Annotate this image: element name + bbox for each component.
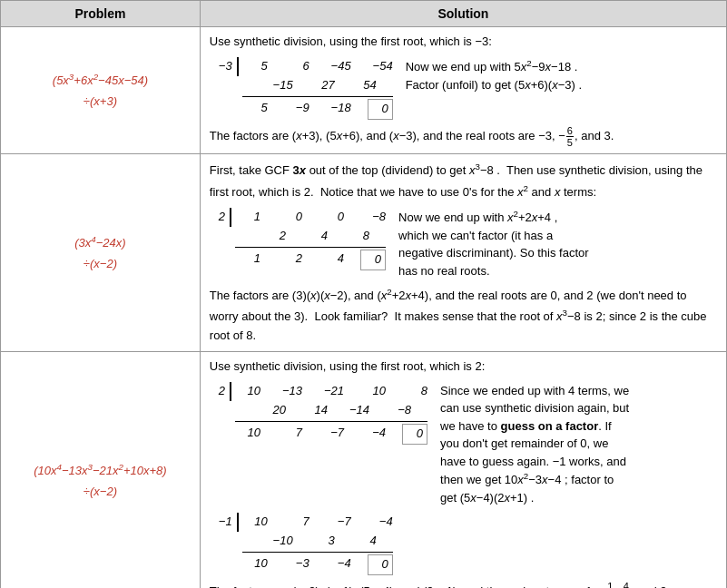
sd-3a-nums: 10 −13 −21 10 8 20 14 −14 −8 bbox=[235, 382, 427, 445]
header-solution: Solution bbox=[200, 1, 726, 27]
sd-2-nums: 1 0 0 −8 2 4 8 bbox=[235, 208, 386, 270]
sd-3a-row3: 10 7 −7 −4 0 bbox=[235, 424, 427, 445]
solution-2-conclusion: The factors are (3)(x)(x−2), and (x2+2x+… bbox=[210, 285, 717, 346]
sd-2-divisor: 2 bbox=[219, 208, 231, 227]
sd-2-container: 2 1 0 0 −8 2 4 8 bbox=[219, 208, 717, 279]
table-row: (3x4−24x) ÷(x−2) First, take GCF 3x out … bbox=[1, 154, 727, 352]
sd-3a-block: 2 10 −13 −21 10 8 20 14 bbox=[219, 382, 427, 445]
sd-3a-hr bbox=[235, 421, 427, 422]
problem-3-line2: ÷(x−2) bbox=[10, 481, 191, 502]
solution-1-intro: Use synthetic division, using the first … bbox=[210, 33, 717, 52]
box-zero-3a: 0 bbox=[402, 424, 427, 445]
sd-2-row1: 1 0 0 −8 bbox=[235, 208, 386, 227]
sd-3b-divisor: −1 bbox=[219, 513, 239, 532]
main-table: Problem Solution (5x3+6x2−45x−54) ÷(x+3)… bbox=[0, 0, 727, 588]
sd-2-block: 2 1 0 0 −8 2 4 8 bbox=[219, 208, 386, 270]
sd-1-divisor: −3 bbox=[219, 57, 239, 76]
problem-2-line2: ÷(x−2) bbox=[10, 253, 191, 274]
sd-1-nums: 5 6 −45 −54 −15 27 54 bbox=[242, 57, 393, 120]
box-zero-2: 0 bbox=[360, 250, 386, 270]
solution-3-intro: Use synthetic division, using the first … bbox=[210, 358, 717, 377]
solution-3-conclusion: The factors are (x−2), (x+1), (5x−4), an… bbox=[210, 581, 717, 588]
sd-3b-row2: −10 3 4 bbox=[268, 532, 393, 551]
sd-1-note: Now we end up with 5x2−9x−18 . Factor (u… bbox=[406, 57, 582, 93]
sd-1-block: −3 5 6 −45 −54 −15 27 54 bbox=[219, 57, 393, 120]
box-zero-3b: 0 bbox=[368, 554, 393, 575]
sd-3b-block: −1 10 7 −7 −4 −10 3 4 bbox=[219, 513, 393, 575]
table-row: (10x4−13x3−21x2+10x+8) ÷(x−2) Use synthe… bbox=[1, 352, 727, 588]
sd-2-note: Now we end up with x2+2x+4 , which we ca… bbox=[398, 208, 589, 279]
sd-3b-row1: 10 7 −7 −4 bbox=[242, 513, 393, 532]
problem-1: (5x3+6x2−45x−54) ÷(x+3) bbox=[1, 27, 201, 154]
solution-3: Use synthetic division, using the first … bbox=[200, 352, 726, 588]
header-problem: Problem bbox=[1, 1, 201, 27]
box-zero: 0 bbox=[368, 99, 393, 120]
sd-1-row3: 5 −9 −18 0 bbox=[242, 99, 393, 120]
sd-3a-divisor: 2 bbox=[219, 382, 231, 401]
solution-2: First, take GCF 3x out of the top (divid… bbox=[200, 154, 726, 352]
sd-2-row3: 1 2 4 0 bbox=[235, 250, 386, 270]
sd-1-row1: 5 6 −45 −54 bbox=[242, 57, 393, 76]
solution-1-conclusion: The factors are (x+3), (5x+6), and (x−3)… bbox=[210, 125, 717, 148]
problem-2: (3x4−24x) ÷(x−2) bbox=[1, 154, 201, 352]
problem-2-line1: (3x4−24x) bbox=[10, 231, 191, 254]
sd-3b-container: −1 10 7 −7 −4 −10 3 4 bbox=[219, 513, 717, 575]
sd-1-container: −3 5 6 −45 −54 −15 27 54 bbox=[219, 57, 717, 120]
sd-3a-container: 2 10 −13 −21 10 8 20 14 bbox=[219, 382, 717, 507]
sd-3a-row1: 10 −13 −21 10 8 bbox=[235, 382, 427, 401]
solution-1: Use synthetic division, using the first … bbox=[200, 27, 726, 154]
sd-3a-row2: 20 14 −14 −8 bbox=[260, 401, 427, 420]
sd-3b-hr bbox=[242, 552, 393, 553]
sd-1-hr bbox=[242, 96, 393, 97]
sd-2-hr bbox=[235, 247, 386, 248]
table-row: (5x3+6x2−45x−54) ÷(x+3) Use synthetic di… bbox=[1, 27, 727, 154]
sd-3b-nums: 10 7 −7 −4 −10 3 4 bbox=[242, 513, 393, 575]
sd-3b-row3: 10 −3 −4 0 bbox=[242, 554, 393, 575]
problem-1-line1: (5x3+6x2−45x−54) bbox=[10, 69, 191, 92]
problem-1-line2: ÷(x+3) bbox=[10, 91, 191, 112]
solution-2-intro: First, take GCF 3x out of the top (divid… bbox=[210, 160, 717, 201]
sd-3a-note: Since we ended up with 4 terms, we can u… bbox=[440, 382, 631, 507]
problem-3: (10x4−13x3−21x2+10x+8) ÷(x−2) bbox=[1, 352, 201, 588]
sd-1-row2: −15 27 54 bbox=[268, 76, 393, 95]
sd-2-row2: 2 4 8 bbox=[260, 227, 386, 246]
problem-3-line1: (10x4−13x3−21x2+10x+8) bbox=[10, 459, 191, 482]
